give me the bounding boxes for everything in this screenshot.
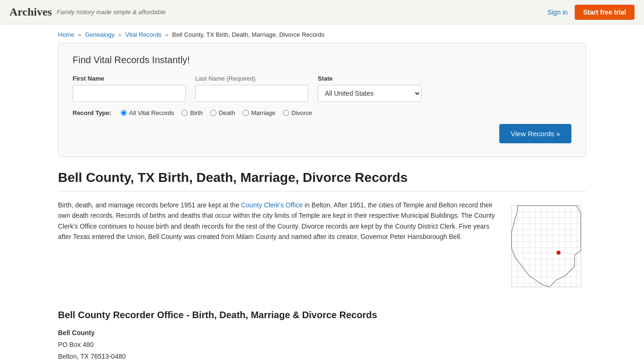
content-text: Birth, death, and marriage records befor… xyxy=(58,200,496,291)
radio-group: All Vital Records Birth Death Marriage D… xyxy=(121,109,312,116)
last-name-input[interactable] xyxy=(195,85,308,102)
office-info: Bell County PO Box 480 Belton, TX 76513-… xyxy=(58,327,586,362)
content-area: Birth, death, and marriage records befor… xyxy=(58,200,586,291)
main-content: Home » Genealogy » Vital Records » Bell … xyxy=(49,25,595,362)
search-box: Find Vital Records Instantly! First Name… xyxy=(58,43,586,157)
breadcrumb-home[interactable]: Home xyxy=(58,31,74,38)
page-title: Bell County, TX Birth, Death, Marriage, … xyxy=(58,170,586,185)
breadcrumb-sep-2: » xyxy=(118,31,122,38)
search-fields: First Name Last Name (Required) State Al… xyxy=(73,75,571,102)
search-actions: View Records » xyxy=(73,124,571,143)
first-name-group: First Name xyxy=(73,75,186,102)
radio-marriage[interactable]: Marriage xyxy=(243,109,275,116)
title-divider xyxy=(58,191,586,191)
breadcrumb: Home » Genealogy » Vital Records » Bell … xyxy=(58,25,586,43)
search-title: Find Vital Records Instantly! xyxy=(73,55,571,66)
breadcrumb-genealogy[interactable]: Genealogy xyxy=(85,31,115,38)
record-type-label: Record Type: xyxy=(73,109,111,116)
breadcrumb-sep-3: » xyxy=(165,31,168,38)
header-right: Sign in Start free trial xyxy=(547,5,635,20)
county-clerk-link[interactable]: County Clerk's Office xyxy=(241,201,303,209)
breadcrumb-current: Bell County, TX Birth, Death, Marriage, … xyxy=(172,31,324,38)
site-logo: Archives xyxy=(9,6,52,18)
start-trial-button[interactable]: Start free trial xyxy=(575,5,635,20)
view-records-button[interactable]: View Records » xyxy=(499,124,571,143)
radio-death[interactable]: Death xyxy=(210,109,235,116)
svg-marker-25 xyxy=(512,206,581,287)
office-address1: PO Box 480 xyxy=(58,339,586,351)
last-name-group: Last Name (Required) xyxy=(195,75,308,102)
state-group: State All United States xyxy=(318,75,421,102)
radio-all-vital[interactable]: All Vital Records xyxy=(121,109,174,116)
svg-point-26 xyxy=(556,250,561,255)
radio-divorce[interactable]: Divorce xyxy=(283,109,312,116)
texas-map-svg xyxy=(511,205,584,289)
header-left: Archives Family history made simple & af… xyxy=(9,6,165,18)
first-name-label: First Name xyxy=(73,75,186,82)
site-tagline: Family history made simple & affordable xyxy=(57,8,165,16)
state-select[interactable]: All United States xyxy=(318,85,421,102)
breadcrumb-sep-1: » xyxy=(78,31,81,38)
sign-in-link[interactable]: Sign in xyxy=(547,8,568,16)
office-address2: Belton, TX 76513-0480 xyxy=(58,351,586,362)
record-type-row: Record Type: All Vital Records Birth Dea… xyxy=(73,109,571,116)
texas-map xyxy=(511,200,586,291)
radio-birth[interactable]: Birth xyxy=(182,109,203,116)
section-title: Bell County Recorder Office - Birth, Dea… xyxy=(58,310,586,321)
last-name-label: Last Name (Required) xyxy=(195,75,308,82)
svg-rect-0 xyxy=(512,206,581,287)
state-label: State xyxy=(318,75,421,82)
first-name-input[interactable] xyxy=(73,85,186,102)
office-name: Bell County xyxy=(58,329,95,337)
site-header: Archives Family history made simple & af… xyxy=(0,0,644,25)
breadcrumb-vital-records[interactable]: Vital Records xyxy=(125,31,162,38)
description-paragraph: Birth, death, and marriage records befor… xyxy=(58,200,496,242)
logo-text: Archives xyxy=(9,6,52,18)
